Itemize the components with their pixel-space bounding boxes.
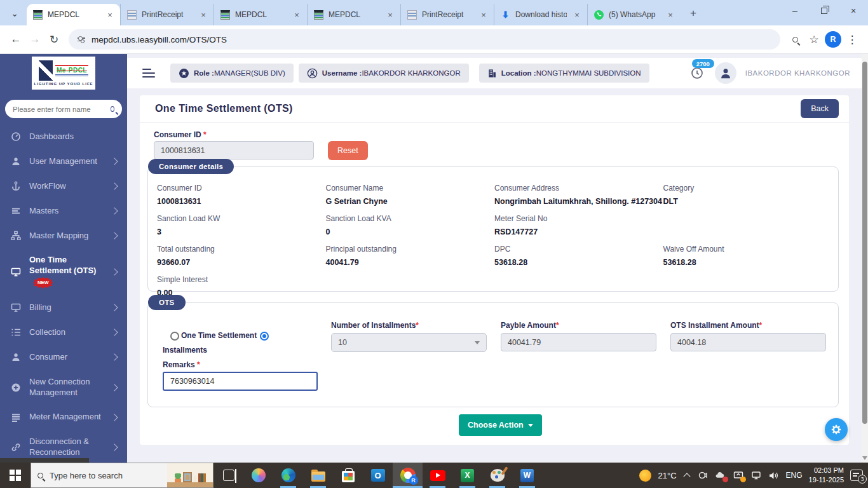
language-indicator[interactable]: ENG [786,471,803,480]
browser-menu-icon[interactable]: ⋮ [843,30,862,49]
tab-whatsapp[interactable]: (5) WhatsApp × [587,4,681,25]
edge-button[interactable] [273,463,303,488]
tab-printreceipt-1[interactable]: PrintReceipt × [120,4,214,25]
network-icon[interactable] [750,470,762,481]
notification-center-button[interactable]: 3 [850,470,863,481]
sidebar-item-consumer[interactable]: Consumer [0,345,127,370]
tab-label: MEPDCL [235,10,287,19]
number-of-installments-label: Number of Installments* [331,321,419,330]
sidebar-item-billing[interactable]: Billing [0,295,127,320]
scrollbar-thumb[interactable] [862,62,867,424]
detail-cell: Sanction Load KVA0 [326,214,495,236]
start-button[interactable] [0,463,31,488]
address-bar[interactable]: mepdcl.ubs.ieasybill.com/OTS/OTS [69,29,780,50]
tab-printreceipt-2[interactable]: PrintReceipt × [400,4,494,25]
taskbar-search[interactable]: Type here to search [31,463,214,488]
new-tab-button[interactable]: + [684,4,702,22]
sidebar-item-master-mapping[interactable]: Master Mapping [0,224,127,248]
weather-sun-icon[interactable] [639,470,651,482]
tab-mepdcl-1[interactable]: MEPDCL × [27,4,120,25]
taskbar-time: 02:03 PM [814,466,844,474]
onedrive-icon[interactable] [715,470,726,481]
chevron-right-icon [111,414,118,421]
chrome-button[interactable] [393,463,423,488]
reset-button[interactable]: Reset [328,141,368,160]
sidebar-item-workflow[interactable]: WorkFlow [0,174,127,199]
payble-amount-input[interactable] [501,333,656,351]
remarks-input[interactable] [163,372,318,391]
chevron-right-icon [111,268,118,275]
youtube-button[interactable] [423,463,452,488]
restore-button[interactable] [810,0,839,22]
payble-amount-label: Payble Amount* [501,321,559,330]
sidebar-item-label: Meter Management [29,412,104,423]
minimize-button[interactable]: – [780,0,810,22]
user-avatar[interactable] [715,62,736,84]
sidebar-item-meter-management[interactable]: Meter Management [0,405,127,430]
profile-avatar[interactable]: R [824,30,843,49]
paint-button[interactable] [482,463,512,488]
sidebar-item-user-management[interactable]: User Management [0,149,127,174]
hamburger-menu-icon[interactable] [142,69,155,78]
site-info-icon[interactable] [78,37,85,41]
number-of-installments-select[interactable]: 10 [331,333,487,352]
temperature[interactable]: 21°C [658,471,676,480]
volume-icon[interactable] [768,470,780,481]
reload-icon[interactable]: ↻ [44,30,64,49]
outlook-button[interactable]: O [363,463,393,488]
form-search-box[interactable] [5,100,122,118]
detail-cell: Waive Off Amount53618.28 [663,245,832,267]
tab-download-history[interactable]: ⬇ Download histor × [494,4,587,25]
file-explorer-button[interactable] [303,463,333,488]
zoom-search-icon[interactable] [785,30,804,49]
word-button[interactable]: W [512,463,542,488]
chevron-right-icon [111,444,118,451]
back-icon[interactable]: ← [6,30,25,49]
close-icon[interactable]: × [105,10,115,20]
installments-radio[interactable] [260,332,269,341]
list-icon [10,412,21,423]
excel-button[interactable]: X [452,463,482,488]
close-icon[interactable]: × [665,10,675,20]
detail-cell: Simple Interest0.00 [157,275,326,297]
settings-fab[interactable] [825,418,848,441]
sidebar-item-one-time-settlement[interactable]: One Time Settlement (OTS)NEW [0,248,127,295]
choose-action-button[interactable]: Choose Action [459,414,542,436]
form-search-input[interactable] [13,105,111,113]
consumer-id-input[interactable] [154,141,314,159]
sidebar-item-collection[interactable]: Collection [0,320,127,345]
close-icon[interactable]: × [198,10,208,20]
url-text[interactable]: mepdcl.ubs.ieasybill.com/OTS/OTS [92,35,227,44]
forward-icon[interactable]: → [25,30,44,49]
bookmark-star-icon[interactable]: ☆ [804,30,824,49]
ots-installment-amount-input[interactable] [670,333,826,351]
close-window-button[interactable]: × [839,0,868,22]
task-view-button[interactable] [214,463,243,488]
copilot-button[interactable] [243,463,273,488]
meet-now-icon[interactable] [697,470,709,481]
session-timer[interactable]: 2700 [689,65,706,81]
sidebar-item-masters[interactable]: Masters [0,199,127,224]
close-icon[interactable]: × [292,10,302,20]
sidebar-item-label: User Management [29,156,104,167]
one-time-settlement-radio[interactable] [170,332,179,341]
scrollbar-down-arrow[interactable] [862,456,867,460]
tab-search-chevron-icon[interactable]: ⌄ [5,4,24,22]
page-scrollbar[interactable] [862,54,868,463]
microsoft-store-button[interactable] [333,463,363,488]
back-button[interactable]: Back [801,99,839,118]
close-icon[interactable]: × [385,10,395,20]
sidebar-item-new-connection-management[interactable]: New Connection Management [0,370,127,405]
content-card: One Time Settlement (OTS) Back Consumer … [140,95,849,445]
tray-expand-chevron[interactable] [683,473,690,480]
taskbar-clock[interactable]: 02:03 PM19-11-2025 [809,466,844,485]
screen-share-icon[interactable] [733,470,744,481]
youtube-icon [430,470,445,481]
close-icon[interactable]: × [572,10,582,20]
sidebar-item-dashboards[interactable]: Dashboards [0,125,127,149]
tab-mepdcl-2[interactable]: MEPDCL × [214,4,307,25]
sitemap-icon [10,231,21,241]
detail-cell: Total outstanding93660.07 [157,245,326,267]
close-icon[interactable]: × [478,10,489,20]
tab-mepdcl-3[interactable]: MEPDCL × [307,4,400,25]
